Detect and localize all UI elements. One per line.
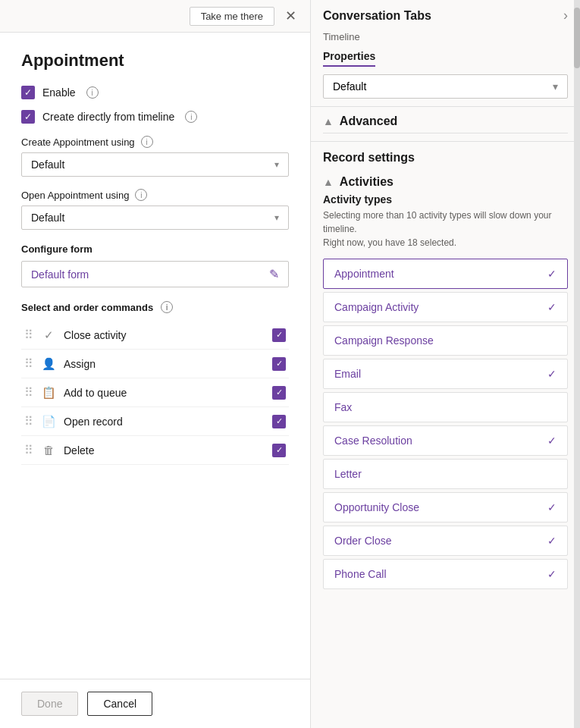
create-directly-row: ✓ Create directly from timeline i [21, 110, 289, 124]
top-bar: Take me there ✕ [0, 0, 310, 33]
create-directly-checkbox[interactable]: ✓ [21, 110, 35, 124]
create-directly-checkmark: ✓ [24, 111, 32, 122]
commands-label: Select and order commands i [21, 301, 289, 313]
open-using-chevron-icon: ▾ [274, 212, 279, 223]
right-panel-chevron-icon[interactable]: › [563, 8, 568, 24]
activity-check-icon: ✓ [547, 368, 556, 380]
properties-section: Properties Default ▾ [311, 50, 580, 106]
create-directly-info-icon[interactable]: i [185, 111, 197, 123]
command-label: Close activity [64, 329, 265, 341]
activity-check-icon: ✓ [547, 535, 556, 547]
command-icon: 🗑 [41, 444, 56, 457]
activity-items-list: Appointment ✓ Campaign Activity ✓ Campai… [323, 259, 568, 589]
drag-handle-icon[interactable]: ⠿ [24, 414, 33, 428]
command-label: Add to queue [64, 387, 265, 399]
properties-label: Properties [323, 50, 375, 67]
default-form-value: Default form [31, 268, 89, 281]
drag-handle-icon[interactable]: ⠿ [24, 356, 33, 371]
properties-dropdown[interactable]: Default ▾ [323, 74, 568, 99]
activity-list-item[interactable]: Letter [323, 459, 568, 489]
activity-item-label: Campaign Response [334, 334, 434, 347]
activity-item-label: Order Close [334, 535, 391, 547]
create-using-info-icon[interactable]: i [141, 136, 153, 148]
left-panel: Take me there ✕ Appointment ✓ Enable i ✓… [0, 0, 311, 728]
enable-row: ✓ Enable i [21, 86, 289, 99]
activity-check-icon: ✓ [547, 435, 556, 447]
panel-body: Appointment ✓ Enable i ✓ Create directly… [0, 33, 310, 679]
cancel-button[interactable]: Cancel [87, 692, 152, 716]
command-checkbox[interactable]: ✓ [272, 328, 286, 342]
open-using-value: Default [31, 212, 64, 224]
properties-dropdown-value: Default [333, 80, 366, 93]
commands-info-icon[interactable]: i [161, 301, 173, 313]
command-checkbox[interactable]: ✓ [272, 357, 286, 371]
activity-check-icon: ✓ [547, 301, 556, 313]
drag-handle-icon[interactable]: ⠿ [24, 328, 33, 342]
activity-list-item[interactable]: Case Resolution ✓ [323, 425, 568, 456]
create-using-dropdown[interactable]: Default ▾ [21, 152, 289, 177]
right-panel-subtitle: Timeline [311, 31, 580, 50]
command-checkbox[interactable]: ✓ [272, 444, 286, 457]
activity-list-item[interactable]: Campaign Response [323, 325, 568, 356]
command-checkmark: ✓ [276, 388, 283, 397]
activity-item-label: Appointment [334, 268, 394, 280]
advanced-chevron-icon: ▲ [323, 115, 334, 127]
right-header: Conversation Tabs › [311, 0, 580, 31]
enable-checkmark: ✓ [24, 87, 32, 98]
activity-list-item[interactable]: Opportunity Close ✓ [323, 492, 568, 522]
drag-handle-icon[interactable]: ⠿ [24, 385, 33, 400]
activity-list-item[interactable]: Email ✓ [323, 359, 568, 389]
right-panel: Conversation Tabs › Timeline Properties … [311, 0, 580, 728]
command-checkbox[interactable]: ✓ [272, 415, 286, 428]
activity-list-item[interactable]: Phone Call ✓ [323, 559, 568, 589]
command-checkbox[interactable]: ✓ [272, 386, 286, 400]
create-using-value: Default [31, 158, 64, 171]
activities-chevron-icon[interactable]: ▲ [323, 176, 334, 188]
properties-dropdown-chevron-icon: ▾ [553, 80, 558, 93]
drag-handle-icon[interactable]: ⠿ [24, 443, 33, 457]
command-icon: 📋 [41, 386, 56, 400]
command-row: ⠿ 👤 Assign ✓ [21, 350, 289, 378]
activity-list-item[interactable]: Fax [323, 392, 568, 422]
activity-item-label: Letter [334, 468, 362, 480]
activity-list-item[interactable]: Appointment ✓ [323, 259, 568, 289]
activity-list-item[interactable]: Campaign Activity ✓ [323, 292, 568, 322]
open-using-info-icon[interactable]: i [135, 189, 147, 201]
command-label: Delete [64, 444, 265, 457]
close-button[interactable]: ✕ [281, 6, 301, 26]
activity-item-label: Phone Call [334, 568, 387, 580]
advanced-section: ▲ Advanced [311, 106, 580, 141]
advanced-header[interactable]: ▲ Advanced [323, 115, 568, 128]
activities-title: Activities [340, 175, 393, 189]
command-row: ⠿ 📋 Add to queue ✓ [21, 378, 289, 407]
activities-header: ▲ Activities [323, 175, 568, 189]
create-directly-label: Create directly from timeline [42, 111, 174, 123]
edit-form-icon[interactable]: ✎ [269, 267, 279, 281]
command-icon: 📄 [41, 415, 56, 428]
create-using-chevron-icon: ▾ [274, 159, 279, 170]
command-row: ⠿ ✓ Close activity ✓ [21, 321, 289, 350]
scrollbar-track[interactable] [574, 0, 580, 728]
command-checkmark: ✓ [276, 416, 283, 426]
open-using-dropdown[interactable]: Default ▾ [21, 206, 289, 230]
advanced-title: Advanced [340, 115, 397, 128]
activity-check-icon: ✓ [547, 268, 556, 280]
activity-hint: Selecting more than 10 activity types wi… [323, 209, 568, 249]
activity-item-label: Case Resolution [334, 435, 412, 447]
command-checkmark: ✓ [276, 359, 283, 369]
enable-info-icon[interactable]: i [86, 86, 99, 99]
open-using-label: Open Appointment using i [21, 189, 289, 201]
activity-list-item[interactable]: Order Close ✓ [323, 526, 568, 556]
enable-checkbox[interactable]: ✓ [21, 86, 35, 99]
enable-label: Enable [42, 86, 76, 99]
panel-footer: Done Cancel [0, 679, 310, 728]
done-button[interactable]: Done [21, 692, 78, 716]
create-using-label: Create Appointment using i [21, 136, 289, 148]
right-panel-title: Conversation Tabs [323, 9, 431, 23]
scrollbar-thumb[interactable] [574, 8, 580, 68]
take-me-there-button[interactable]: Take me there [190, 7, 274, 26]
activity-item-label: Opportunity Close [334, 501, 419, 513]
activity-check-icon: ✓ [547, 501, 556, 513]
activity-item-label: Email [334, 368, 361, 380]
configure-form-label: Configure form [21, 243, 289, 255]
